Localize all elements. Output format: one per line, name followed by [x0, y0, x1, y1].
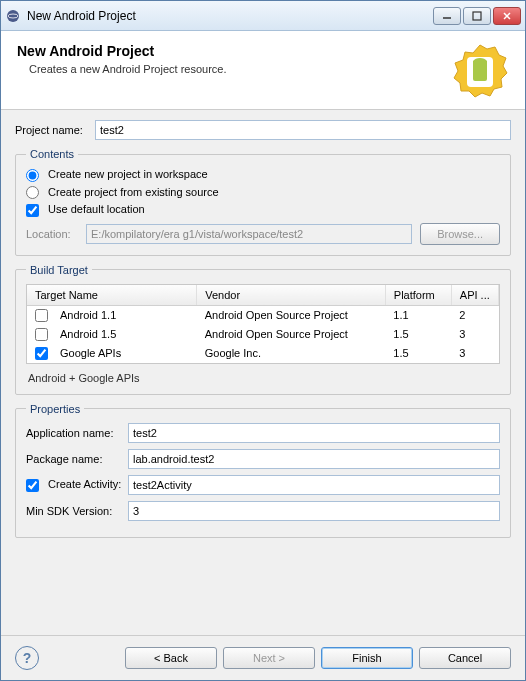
help-icon[interactable]: ? — [15, 646, 39, 670]
radio-existing-source-input[interactable] — [26, 186, 39, 199]
contents-legend: Contents — [26, 148, 78, 160]
build-target-caption: Android + Google APIs — [26, 372, 500, 384]
package-name-label: Package name: — [26, 453, 128, 465]
radio-new-project[interactable]: Create new project in workspace — [26, 168, 208, 180]
properties-group: Properties Application name: Package nam… — [15, 403, 511, 538]
build-target-group: Build Target Target Name Vendor Platform… — [15, 264, 511, 395]
col-vendor[interactable]: Vendor — [197, 285, 386, 306]
build-target-legend: Build Target — [26, 264, 92, 276]
window-title: New Android Project — [27, 9, 433, 23]
col-api[interactable]: API ... — [451, 285, 498, 306]
project-name-label: Project name: — [15, 124, 95, 136]
dialog-title: New Android Project — [17, 43, 451, 59]
create-activity-label[interactable]: Create Activity: — [26, 478, 128, 492]
col-platform[interactable]: Platform — [385, 285, 451, 306]
android-wizard-icon — [451, 43, 509, 101]
target-checkbox[interactable] — [35, 347, 48, 360]
maximize-button[interactable] — [463, 7, 491, 25]
target-checkbox[interactable] — [35, 309, 48, 322]
browse-button: Browse... — [420, 223, 500, 245]
create-activity-checkbox[interactable] — [26, 479, 39, 492]
radio-existing-source[interactable]: Create project from existing source — [26, 186, 219, 198]
back-button[interactable]: < Back — [125, 647, 217, 669]
table-row[interactable]: Android 1.5Android Open Source Project1.… — [27, 325, 499, 344]
dialog-footer: ? < Back Next > Finish Cancel — [1, 635, 525, 680]
col-target-name[interactable]: Target Name — [27, 285, 197, 306]
table-row[interactable]: Google APIsGoogle Inc.1.53 — [27, 344, 499, 363]
next-button: Next > — [223, 647, 315, 669]
close-button[interactable] — [493, 7, 521, 25]
application-name-label: Application name: — [26, 427, 128, 439]
project-name-input[interactable] — [95, 120, 511, 140]
svg-point-0 — [7, 10, 19, 22]
properties-legend: Properties — [26, 403, 84, 415]
build-target-table: Target Name Vendor Platform API ... Andr… — [27, 285, 499, 363]
dialog-subtitle: Creates a new Android Project resource. — [17, 63, 451, 75]
min-sdk-input[interactable] — [128, 501, 500, 521]
location-label: Location: — [26, 228, 78, 240]
checkbox-use-default-location[interactable]: Use default location — [26, 203, 145, 215]
finish-button[interactable]: Finish — [321, 647, 413, 669]
svg-rect-3 — [473, 12, 481, 20]
package-name-input[interactable] — [128, 449, 500, 469]
titlebar: New Android Project — [1, 1, 525, 31]
checkbox-use-default-location-input[interactable] — [26, 204, 39, 217]
target-checkbox[interactable] — [35, 328, 48, 341]
eclipse-icon — [5, 8, 21, 24]
minimize-button[interactable] — [433, 7, 461, 25]
application-name-input[interactable] — [128, 423, 500, 443]
dialog-header: New Android Project Creates a new Androi… — [1, 31, 525, 110]
location-input — [86, 224, 412, 244]
min-sdk-label: Min SDK Version: — [26, 505, 128, 517]
create-activity-input[interactable] — [128, 475, 500, 495]
contents-group: Contents Create new project in workspace… — [15, 148, 511, 256]
cancel-button[interactable]: Cancel — [419, 647, 511, 669]
table-row[interactable]: Android 1.1Android Open Source Project1.… — [27, 305, 499, 325]
radio-new-project-input[interactable] — [26, 169, 39, 182]
